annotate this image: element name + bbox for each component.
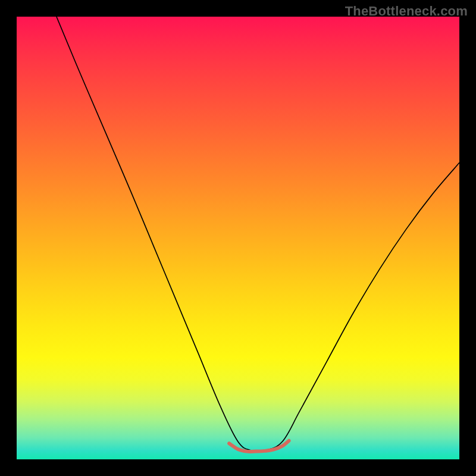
plot-area [17,17,459,459]
plot-inner [17,17,459,459]
chart-frame: TheBottleneck.com [0,0,476,476]
watermark-label: TheBottleneck.com [345,4,468,19]
bottleneck-curve [57,17,459,452]
curve-layer [17,17,459,459]
